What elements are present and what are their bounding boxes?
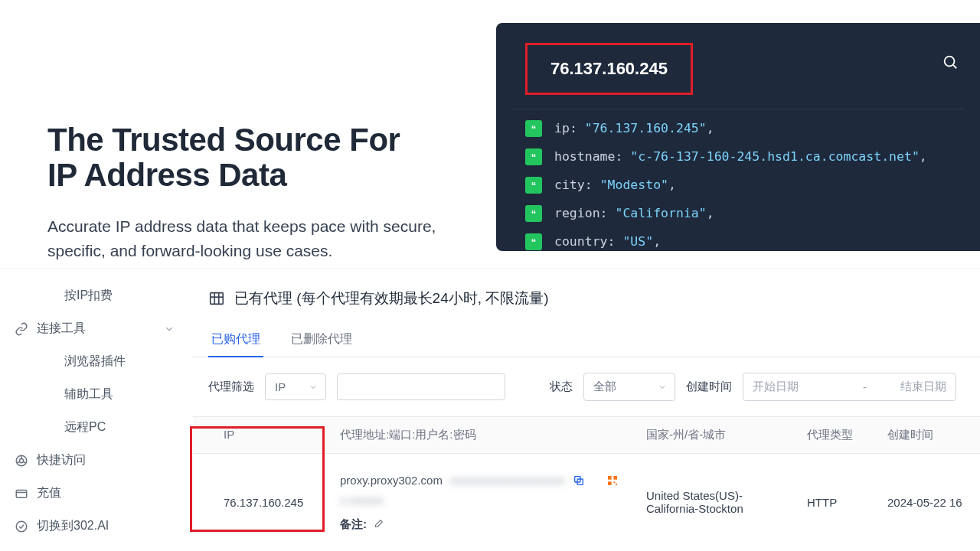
proxy-address-blurred2: x xxxxxx <box>340 494 384 507</box>
kv-key: region <box>554 207 600 220</box>
proxy-address-blurred: xxxxxxxxxxxxxxxxxxxx <box>450 471 565 491</box>
qr-icon[interactable] <box>606 474 619 487</box>
search-highlight-box: 76.137.160.245 <box>525 43 693 95</box>
sidebar-item-label: 辅助工具 <box>64 386 113 403</box>
end-date-placeholder: 结束日期 <box>900 380 946 394</box>
sidebar-item[interactable]: 浏览器插件 <box>0 345 193 378</box>
kv-value: "US" <box>622 236 653 249</box>
kv-row: “ip: "76.137.160.245", <box>525 120 951 137</box>
td-ctime: 2024-05-22 16 <box>878 454 978 551</box>
hero-title-line1: The Trusted Source For <box>47 122 400 158</box>
sidebar-item[interactable]: 按IP扣费 <box>0 279 193 312</box>
quote-icon: “ <box>525 233 542 250</box>
hero-title: The Trusted Source For IP Address Data <box>47 122 446 193</box>
svg-point-0 <box>945 57 955 67</box>
svg-point-3 <box>19 458 23 462</box>
quote-icon: “ <box>525 148 542 165</box>
tab[interactable]: 已购代理 <box>208 322 263 357</box>
main-header-text: 已有代理 (每个代理有效期最长24小时, 不限流量) <box>234 289 549 308</box>
sidebar: 按IP扣费连接工具浏览器插件辅助工具远程PC快捷访问充值切换到302.AI <box>0 269 193 551</box>
sidebar-item-label: 快捷访问 <box>37 452 86 468</box>
kv-value: "California" <box>615 207 706 220</box>
table-icon <box>208 290 225 307</box>
hero-title-line2: IP Address Data <box>47 157 286 193</box>
table-row: 76.137.160.245 proxy.proxy302.comxxxxxxx… <box>193 454 980 551</box>
ip-details-list: “ip: "76.137.160.245",“hostname: "c-76-1… <box>496 109 980 250</box>
svg-rect-18 <box>613 481 615 483</box>
kv-row: “city: "Modesto", <box>525 177 951 194</box>
td-ip: 76.137.160.245 <box>193 454 331 551</box>
th-loc: 国家-州/省-城市 <box>637 417 798 453</box>
kv-key: ip <box>554 122 570 135</box>
sidebar-item-label: 连接工具 <box>37 321 86 337</box>
sidebar-item-label: 按IP扣费 <box>64 288 113 304</box>
sidebar-item-label: 切换到302.AI <box>37 518 109 534</box>
quote-icon: “ <box>525 205 542 222</box>
sidebar-item-label: 充值 <box>37 485 61 501</box>
remark-label: 备注: <box>340 514 367 534</box>
sidebar-item[interactable]: 辅助工具 <box>0 378 193 411</box>
edit-icon[interactable] <box>373 519 384 530</box>
th-ip: IP <box>193 417 331 453</box>
filter-ip-select[interactable]: IP <box>265 373 326 400</box>
main-area: 已有代理 (每个代理有效期最长24小时, 不限流量) 已购代理已删除代理 代理筛… <box>193 269 980 551</box>
created-label: 创建时间 <box>686 380 732 394</box>
quote-icon: “ <box>525 120 542 137</box>
quote-icon: “ <box>525 177 542 194</box>
kv-key: city <box>554 179 585 192</box>
proxy-table: IP 代理地址:端口:用户名:密码 国家-州/省-城市 代理类型 创建时间 76… <box>193 416 980 551</box>
svg-line-1 <box>953 65 956 68</box>
sidebar-item-label: 远程PC <box>64 419 106 435</box>
copy-icon[interactable] <box>573 474 585 487</box>
sidebar-item[interactable]: 连接工具 <box>0 312 193 345</box>
svg-line-6 <box>23 461 26 463</box>
filter-ip-input[interactable] <box>337 373 505 400</box>
filter-label: 代理筛选 <box>208 380 254 394</box>
td-addr: proxy.proxy302.comxxxxxxxxxxxxxxxxxxxx x… <box>331 454 637 551</box>
main-header: 已有代理 (每个代理有效期最长24小时, 不限流量) <box>193 269 980 322</box>
ip-lookup-card: 76.137.160.245 “ip: "76.137.160.245",“ho… <box>496 23 980 251</box>
kv-value: "76.137.160.245" <box>585 122 707 135</box>
kv-value: "c-76-137-160-245.hsd1.ca.comcast.net" <box>630 151 920 164</box>
search-ip-value: 76.137.160.245 <box>550 59 668 78</box>
td-type: HTTP <box>798 454 878 551</box>
chrome-icon <box>14 453 29 468</box>
admin-panel: 按IP扣费连接工具浏览器插件辅助工具远程PC快捷访问充值切换到302.AI 已有… <box>0 268 980 551</box>
svg-line-5 <box>17 461 20 463</box>
link-icon <box>14 321 29 337</box>
tabs: 已购代理已删除代理 <box>193 322 980 357</box>
th-ctime: 创建时间 <box>878 417 978 453</box>
sidebar-item-label: 浏览器插件 <box>64 354 126 370</box>
th-addr: 代理地址:端口:用户名:密码 <box>331 417 637 453</box>
kv-key: country <box>554 236 608 249</box>
sidebar-item[interactable]: 切换到302.AI <box>0 510 193 543</box>
svg-point-8 <box>16 521 27 532</box>
hero-section: The Trusted Source For IP Address Data A… <box>0 0 980 268</box>
chevron-down-icon <box>309 383 318 392</box>
wallet-icon <box>14 486 29 501</box>
sidebar-item[interactable]: 快捷访问 <box>0 444 193 477</box>
kv-key: hostname <box>554 151 615 164</box>
kv-row: “country: "US", <box>525 233 951 250</box>
chevron-down-icon <box>658 383 667 392</box>
search-icon[interactable] <box>942 54 959 70</box>
td-loc: United States(US)-California-Stockton <box>637 454 798 551</box>
sidebar-item[interactable]: 充值 <box>0 477 193 510</box>
svg-rect-15 <box>608 476 612 480</box>
start-date-placeholder: 开始日期 <box>753 380 799 394</box>
svg-rect-17 <box>608 481 612 485</box>
hero-subtitle: Accurate IP address data that keeps pace… <box>47 214 446 262</box>
kv-row: “region: "California", <box>525 205 951 222</box>
svg-rect-7 <box>16 490 27 497</box>
status-label: 状态 <box>550 380 573 394</box>
proxy-address-visible: proxy.proxy302.com <box>340 471 443 491</box>
kv-row: “hostname: "c-76-137-160-245.hsd1.ca.com… <box>525 148 951 165</box>
th-type: 代理类型 <box>798 417 878 453</box>
chevron-down-icon <box>164 324 175 334</box>
sidebar-item[interactable]: 远程PC <box>0 411 193 444</box>
table-header-row: IP 代理地址:端口:用户名:密码 国家-州/省-城市 代理类型 创建时间 <box>193 417 980 454</box>
filter-status-select[interactable]: 全部 <box>583 373 675 401</box>
kv-value: "Modesto" <box>600 179 668 192</box>
tab[interactable]: 已删除代理 <box>288 322 355 357</box>
date-range-picker[interactable]: 开始日期 - 结束日期 <box>743 373 956 401</box>
